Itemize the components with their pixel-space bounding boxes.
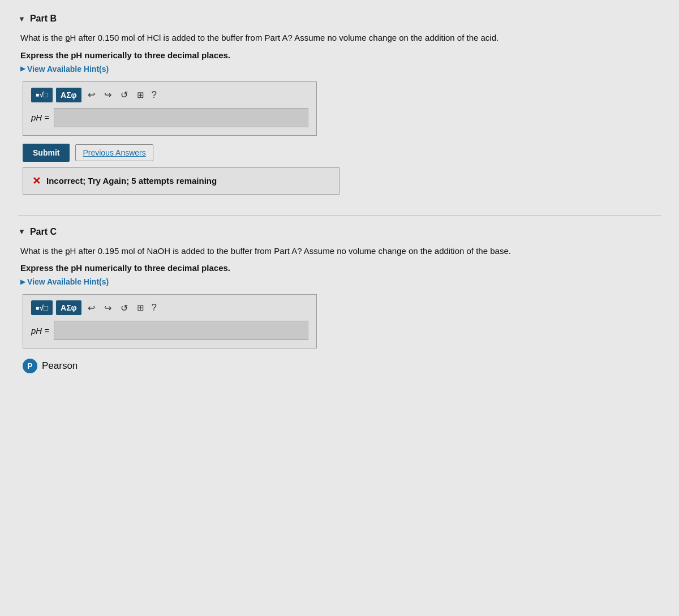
part-c-hint-link[interactable]: ▶ View Available Hint(s) (20, 277, 661, 286)
part-b-submit-button[interactable]: Submit (23, 144, 70, 162)
part-c-ph-input[interactable] (54, 321, 308, 340)
part-c-help-icon[interactable]: ? (152, 302, 157, 313)
pearson-brand-name: Pearson (42, 360, 78, 372)
part-b-undo-btn[interactable]: ↩ (85, 88, 98, 101)
part-b-answer-box: ■ √□ ΑΣφ ↩ ↪ ↺ ⊞ ? pH = (23, 81, 317, 136)
hint-arrow-icon: ▶ (20, 65, 25, 72)
part-b-error-text: Incorrect; Try Again; 5 attempts remaini… (46, 176, 217, 186)
part-c-ph-row: pH = (31, 321, 308, 340)
part-b-toolbar: ■ √□ ΑΣφ ↩ ↪ ↺ ⊞ ? (31, 88, 308, 102)
part-b-ph-row: pH = (31, 108, 308, 127)
pearson-footer: P Pearson (23, 359, 661, 373)
part-c-answer-box: ■ √□ ΑΣφ ↩ ↪ ↺ ⊞ ? pH = (23, 294, 317, 348)
part-b-keyboard-btn[interactable]: ⊞ (134, 89, 147, 101)
page-container: ▼ Part B What is the pH after 0.150 mol … (0, 0, 679, 616)
part-b-toggle[interactable]: ▼ (18, 15, 25, 23)
part-b-title: Part B (30, 14, 57, 24)
part-c-toggle[interactable]: ▼ (18, 227, 25, 236)
part-b-redo-btn[interactable]: ↪ (101, 88, 114, 101)
section-divider (18, 215, 661, 216)
part-c-title: Part C (30, 227, 57, 237)
part-c-header: ▼ Part C (18, 227, 661, 237)
part-c-undo-btn[interactable]: ↩ (85, 301, 98, 315)
part-c-express: Express the pH numerically to three deci… (20, 263, 661, 273)
part-b-prev-answers-button[interactable]: Previous Answers (75, 144, 153, 161)
part-c-hint-arrow-icon: ▶ (20, 278, 25, 286)
part-c-math-btn[interactable]: ■ √□ (31, 300, 53, 315)
part-b-symbol-btn[interactable]: ΑΣφ (56, 88, 81, 102)
part-b-hint-link[interactable]: ▶ View Available Hint(s) (20, 64, 661, 74)
part-b-math-btn[interactable]: ■ √□ (31, 88, 53, 102)
part-b-section: ▼ Part B What is the pH after 0.150 mol … (18, 14, 661, 195)
part-b-refresh-btn[interactable]: ↺ (118, 88, 131, 101)
part-b-header: ▼ Part B (18, 14, 661, 24)
part-b-submit-row: Submit Previous Answers (23, 144, 661, 162)
part-c-keyboard-btn[interactable]: ⊞ (134, 301, 147, 314)
part-b-ph-label: pH = (31, 113, 49, 122)
part-b-express: Express the pH numerically to three deci… (20, 50, 661, 60)
part-c-toolbar: ■ √□ ΑΣφ ↩ ↪ ↺ ⊞ ? (31, 300, 308, 315)
part-c-section: ▼ Part C What is the pH after 0.195 mol … (18, 227, 661, 374)
part-c-refresh-btn[interactable]: ↺ (118, 301, 131, 315)
part-b-error-box: ✕ Incorrect; Try Again; 5 attempts remai… (23, 167, 340, 195)
part-c-hint-text: View Available Hint(s) (27, 277, 109, 286)
part-c-question: What is the pH after 0.195 mol of NaOH i… (20, 245, 661, 258)
error-x-icon: ✕ (32, 175, 41, 187)
part-b-ph-input[interactable] (54, 108, 308, 127)
part-b-help-icon[interactable]: ? (152, 89, 157, 101)
pearson-logo: P (23, 359, 37, 373)
part-b-question: What is the pH after 0.150 mol of HCl is… (20, 32, 661, 45)
part-b-hint-text: View Available Hint(s) (27, 64, 109, 74)
part-c-symbol-btn[interactable]: ΑΣφ (56, 300, 81, 315)
part-c-ph-label: pH = (31, 326, 49, 335)
part-c-redo-btn[interactable]: ↪ (101, 301, 114, 315)
